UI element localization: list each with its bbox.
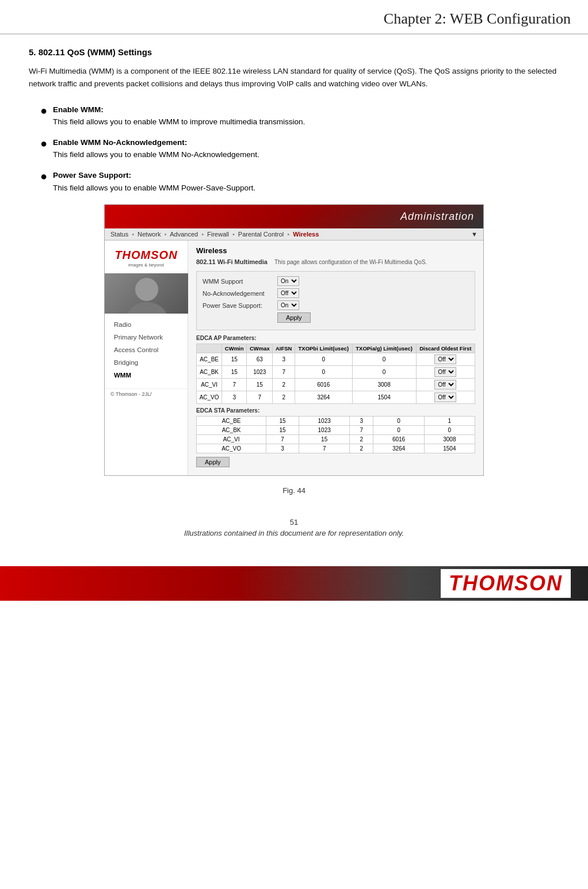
- cell-txop-ag: 0: [352, 366, 416, 379]
- cell-aifsn: 2: [273, 391, 295, 404]
- svg-point-1: [126, 302, 167, 314]
- bullet-item-wmm: ● Enable WMM: This field allows you to e…: [40, 104, 559, 128]
- cell-txop-ag: 1: [424, 417, 475, 426]
- edca-sta-table: AC_BE 15 1023 3 0 1 AC_BK 15 1023 7: [196, 416, 475, 453]
- table-row: AC_BK 15 1023 7 0 0 OffOn: [197, 366, 475, 379]
- col-cwmin: CWmin: [222, 344, 247, 353]
- table-row: AC_BE 15 1023 3 0 1: [197, 417, 475, 426]
- cell-txop-ag: 0: [424, 426, 475, 435]
- table-row: AC_VI 7 15 2 6016 3008: [197, 435, 475, 444]
- cell-txop-ag: 3008: [352, 379, 416, 391]
- fig-caption: Fig. 44: [29, 486, 559, 495]
- cell-ac-vo: AC_VO: [197, 391, 222, 404]
- wmm-form: WMM Support On Off No-Acknowledgement Of…: [196, 271, 475, 330]
- admin-title: Administration: [400, 211, 474, 222]
- section-title: 5. 802.11 QoS (WMM) Settings: [29, 47, 559, 57]
- cell-discard: OffOn: [416, 391, 475, 404]
- sidebar-footer: © Thomson - 2JL/: [105, 388, 188, 399]
- col-txop-ag: TXOPia/g) Limit(usec): [352, 344, 416, 353]
- edca-ap-body: AC_BE 15 63 3 0 0 OffOn AC_BK: [197, 353, 475, 404]
- cell-txop-b: 0: [373, 417, 424, 426]
- nav-status[interactable]: Status: [110, 231, 128, 238]
- cell-cwmin: 15: [266, 426, 299, 435]
- bullet-text-1: This field allows you to enable WMM to i…: [53, 117, 305, 126]
- nav-links[interactable]: Status • Network • Advanced • Firewall •…: [110, 231, 319, 238]
- edca-ap-header-row: CWmin CWmax AIFSN TXOPbi Limit(usec) TXO…: [197, 344, 475, 353]
- bullet-label-3: Power Save Support:: [53, 171, 131, 180]
- cell-cwmax: 7: [247, 391, 273, 404]
- nav-wireless[interactable]: Wireless: [293, 231, 319, 238]
- power-save-label: Power Save Support:: [203, 302, 277, 309]
- wmm-apply-button[interactable]: Apply: [277, 312, 311, 323]
- col-txop-b: TXOPbi Limit(usec): [295, 344, 353, 353]
- sidebar-item-primary-network[interactable]: Primary Network: [105, 331, 188, 344]
- no-ack-select[interactable]: Off On: [277, 288, 299, 298]
- bullet-list: ● Enable WMM: This field allows you to e…: [29, 104, 559, 194]
- edca-ap-table: CWmin CWmax AIFSN TXOPbi Limit(usec) TXO…: [196, 344, 475, 404]
- cell-discard: OffOn: [416, 353, 475, 366]
- wmm-support-select[interactable]: On Off: [277, 276, 299, 286]
- nav-sep-5: •: [287, 231, 289, 238]
- sidebar-item-radio[interactable]: Radio: [105, 318, 188, 331]
- sidebar-footer-text: © Thomson - 2JL/: [110, 391, 152, 397]
- nav-sep-2: •: [164, 231, 166, 238]
- nav-sep-1: •: [132, 231, 134, 238]
- edca-ap-label: EDCA AP Parameters:: [196, 335, 475, 341]
- sidebar-item-bridging[interactable]: Bridging: [105, 356, 188, 369]
- col-aifsn: AIFSN: [273, 344, 295, 353]
- table-row: AC_VO 3 7 2 3264 1504: [197, 444, 475, 453]
- cell-txop-b: 6016: [295, 379, 353, 391]
- cell-cwmin: 3: [222, 391, 247, 404]
- cell-txop-b: 0: [295, 353, 353, 366]
- cell-cwmin: 15: [222, 353, 247, 366]
- thomson-logo-small: THOMSON: [110, 249, 182, 262]
- cell-txop-b: 3264: [373, 444, 424, 453]
- bullet-content-1: Enable WMM: This field allows you to ena…: [53, 104, 305, 128]
- cell-cwmax: 63: [247, 353, 273, 366]
- bullet-text-2: This field allows you to enable WMM No-A…: [53, 150, 259, 159]
- discard-vo-select[interactable]: OffOn: [434, 392, 456, 402]
- cell-cwmin: 15: [222, 366, 247, 379]
- discard-be-select[interactable]: OffOn: [434, 354, 456, 364]
- cell-ac-vi: AC_VI: [197, 435, 266, 444]
- chapter-header: Chapter 2: WEB Configuration: [0, 0, 588, 35]
- svg-point-0: [135, 278, 158, 301]
- cell-txop-ag: 1504: [424, 444, 475, 453]
- page-footer: 51 Illustrations contained in this docum…: [29, 518, 559, 543]
- discard-vi-select[interactable]: OffOn: [434, 380, 456, 390]
- nav-advanced[interactable]: Advanced: [170, 231, 198, 238]
- intro-text: Wi-Fi Multimedia (WMM) is a component of…: [29, 65, 559, 91]
- bullet-label-2: Enable WMM No-Acknowledgement:: [53, 138, 187, 147]
- cell-aifsn: 3: [350, 417, 373, 426]
- nav-sep-4: •: [232, 231, 235, 238]
- cell-txop-b: 0: [373, 426, 424, 435]
- sta-apply-button[interactable]: Apply: [196, 457, 230, 467]
- nav-firewall[interactable]: Firewall: [207, 231, 229, 238]
- nav-sep-3: •: [201, 231, 204, 238]
- page-number: 51: [29, 518, 559, 526]
- nav-parental[interactable]: Parental Control: [238, 231, 284, 238]
- bullet-content-2: Enable WMM No-Acknowledgement: This fiel…: [53, 136, 259, 161]
- cell-txop-b: 3264: [295, 391, 353, 404]
- cell-aifsn: 7: [273, 366, 295, 379]
- form-row-no-ack: No-Acknowledgement Off On: [203, 288, 469, 298]
- cell-aifsn: 2: [273, 379, 295, 391]
- wireless-sub-label: 802.11 Wi-Fi Multimedia: [196, 258, 268, 265]
- power-save-select[interactable]: On Off: [277, 300, 299, 310]
- nav-dropdown-icon[interactable]: ▼: [471, 231, 478, 238]
- sidebar-item-access-control[interactable]: Access Control: [105, 344, 188, 356]
- sidebar-item-wmm[interactable]: WMM: [105, 369, 188, 381]
- screenshot-nav[interactable]: Status • Network • Advanced • Firewall •…: [105, 228, 483, 241]
- cell-ac-vi: AC_VI: [197, 379, 222, 391]
- nav-network[interactable]: Network: [138, 231, 161, 238]
- cell-txop-ag: 3008: [424, 435, 475, 444]
- form-row-power-save: Power Save Support: On Off: [203, 300, 469, 310]
- discard-bk-select[interactable]: OffOn: [434, 367, 456, 377]
- wireless-title: Wireless: [196, 246, 475, 255]
- cell-discard: OffOn: [416, 366, 475, 379]
- cell-aifsn: 3: [273, 353, 295, 366]
- bullet-content-3: Power Save Support: This field allows yo…: [53, 169, 255, 194]
- cell-cwmax: 1023: [299, 426, 350, 435]
- cell-cwmax: 1023: [247, 366, 273, 379]
- bullet-dot-3: ●: [40, 169, 47, 183]
